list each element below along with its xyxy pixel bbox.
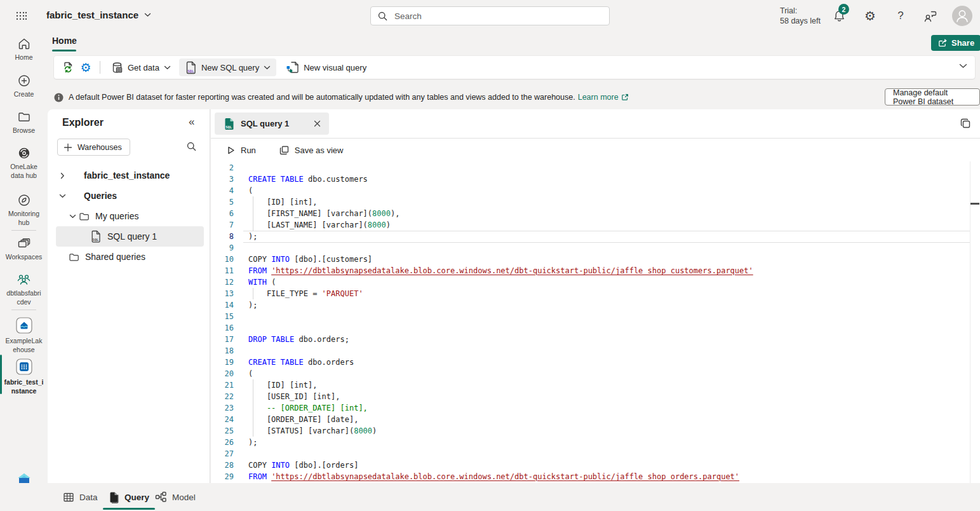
chevron-right-icon[interactable] — [58, 172, 66, 179]
code-line[interactable]: 15 — [211, 311, 980, 322]
rail-item-browse[interactable]: Browse — [0, 109, 48, 135]
feedback-icon[interactable] — [922, 8, 938, 24]
code-line[interactable]: 12WITH ( — [211, 276, 980, 288]
workspace-title-dropdown[interactable]: fabric_test_instance — [46, 10, 151, 20]
toolbar-overflow-chevron-icon[interactable] — [959, 64, 967, 69]
code-line[interactable]: 16 — [211, 322, 980, 334]
app-launcher-icon[interactable] — [15, 10, 28, 22]
search-input[interactable] — [393, 11, 584, 22]
rail-item-fabric-test-instance[interactable]: fabric_test_instance — [0, 357, 48, 395]
help-icon[interactable]: ? — [892, 8, 909, 24]
code-line[interactable]: 22 [USER_ID] [int], — [211, 391, 980, 402]
editor-overview-ruler[interactable] — [970, 161, 970, 483]
share-button[interactable]: Share — [931, 35, 980, 51]
code-line[interactable]: 9 — [211, 242, 980, 254]
save-as-view-button[interactable]: Save as view — [275, 141, 347, 159]
rail-item-examplelakehouse[interactable]: ExampleLakehouse — [0, 316, 48, 354]
cursor-position-marker — [970, 203, 979, 205]
code-line[interactable]: 21 [ID] [int], — [211, 379, 980, 391]
rail-item-onelake-data-hub[interactable]: OneLakedata hub — [0, 146, 48, 180]
code-line[interactable]: 7 [LAST_NAME] [varchar](8000) — [211, 219, 980, 231]
tree-item-queries[interactable]: Queries — [48, 186, 209, 206]
tree-item-label: My queries — [95, 211, 138, 221]
rail-item-label: Workspaces — [0, 253, 48, 262]
collapse-panel-icon[interactable]: « — [189, 116, 194, 128]
query-settings-gear-icon[interactable]: ⚙ — [77, 58, 95, 76]
code-line[interactable]: 26); — [211, 437, 980, 448]
get-data-button[interactable]: Get data — [105, 58, 177, 76]
sql-file-green-icon: SQL — [224, 118, 235, 130]
code-line[interactable]: 29FROM 'https://dbtlabsynapsedatalake.bl… — [211, 471, 980, 482]
code-editor[interactable]: 2 3CREATE TABLE dbo.customers4(5 [ID] [i… — [211, 161, 980, 483]
query-tab-label: SQL query 1 — [241, 119, 307, 128]
chevron-down-icon[interactable] — [58, 194, 66, 198]
tree-item-shared-queries[interactable]: Shared queries — [48, 247, 209, 267]
code-line[interactable]: 27 — [211, 448, 980, 460]
code-line[interactable]: 28COPY INTO [dbo].[orders] — [211, 460, 980, 471]
chevron-down-icon[interactable] — [69, 214, 76, 219]
search-box[interactable] — [370, 6, 610, 25]
code-line[interactable]: 8); — [211, 231, 980, 242]
new-warehouse-button[interactable]: Warehouses — [57, 139, 130, 156]
workspace-title: fabric_test_instance — [46, 10, 138, 20]
tab-close-icon[interactable] — [313, 119, 321, 128]
warehouse-app-icon — [0, 357, 48, 376]
tab-home[interactable]: Home — [52, 36, 77, 46]
line-number: 26 — [211, 437, 234, 448]
code-line[interactable]: 11FROM 'https://dbtlabsynapsedatalake.bl… — [211, 265, 980, 276]
code-line[interactable]: 19CREATE TABLE dbo.orders — [211, 357, 980, 368]
code-line[interactable]: 10COPY INTO [dbo].[customers] — [211, 254, 980, 265]
rail-item-label: dbtlabsfabricdev — [0, 289, 48, 306]
code-line[interactable]: 17DROP TABLE dbo.orders; — [211, 334, 980, 345]
user-avatar[interactable] — [952, 6, 972, 26]
code-line[interactable]: 2 — [211, 162, 980, 174]
new-sql-query-button[interactable]: SQL New SQL query — [179, 58, 276, 76]
view-tab-label: Query — [124, 493, 149, 502]
rail-item-monitoring-hub[interactable]: Monitoringhub — [0, 193, 48, 227]
code-line[interactable]: 13 FILE_TYPE = 'PARQUET' — [211, 288, 980, 299]
line-number: 16 — [211, 322, 234, 334]
rail-item-label: Create — [0, 90, 48, 99]
settings-gear-icon[interactable]: ⚙ — [862, 8, 878, 24]
line-number: 18 — [211, 345, 234, 357]
svg-text:SQL: SQL — [93, 238, 98, 242]
rail-item-dbtlabsfabricdev[interactable]: dbtlabsfabricdev — [0, 272, 48, 306]
code-line[interactable]: 5 [ID] [int], — [211, 196, 980, 208]
tree-item-fabric-test-instance[interactable]: fabric_test_instance — [48, 165, 209, 186]
rail-item-home[interactable]: Home — [0, 36, 48, 62]
chevron-down-icon — [164, 65, 171, 70]
code-line[interactable]: 3CREATE TABLE dbo.customers — [211, 174, 980, 185]
view-tab-data[interactable]: Data — [63, 483, 98, 511]
code-line[interactable]: 6 [FIRST_NAME] [varchar](8000), — [211, 208, 980, 219]
explorer-search-icon[interactable] — [186, 141, 197, 152]
rail-item-create[interactable]: Create — [0, 73, 48, 99]
view-tab-query[interactable]: Query — [109, 483, 149, 511]
info-banner: A default Power BI dataset for faster re… — [48, 85, 980, 109]
ribbon-toolbar: ⚙ Get data SQL New SQL query New visual … — [54, 56, 975, 79]
tree-item-sql-query-1[interactable]: SQLSQL query 1 — [56, 226, 204, 247]
refresh-document-icon[interactable] — [59, 58, 77, 76]
line-number: 14 — [211, 299, 234, 311]
code-line[interactable]: 20( — [211, 368, 980, 379]
rail-item-workspaces[interactable]: Workspaces — [0, 236, 48, 262]
line-number: 8 — [211, 231, 234, 242]
tab-sql-query-1[interactable]: SQL SQL query 1 — [215, 112, 329, 135]
new-visual-query-button[interactable]: New visual query — [280, 58, 372, 76]
tree-item-my-queries[interactable]: My queries — [48, 206, 209, 226]
code-line[interactable]: 24 [ORDER_DATE] [date], — [211, 414, 980, 425]
code-line[interactable]: 25 [STATUS] [varchar](8000) — [211, 425, 980, 437]
code-line[interactable]: 23 -- [ORDER_DATE] [int], — [211, 402, 980, 414]
run-button[interactable]: Run — [222, 141, 260, 159]
code-line[interactable]: 4( — [211, 185, 980, 196]
line-number: 21 — [211, 379, 234, 391]
manage-default-dataset-button[interactable]: Manage default Power BI dataset — [885, 88, 980, 106]
code-line[interactable]: 14); — [211, 299, 980, 311]
view-tab-model[interactable]: Model — [155, 483, 196, 511]
rail-item-label: OneLakedata hub — [0, 163, 48, 180]
learn-more-link[interactable]: Learn more — [578, 93, 629, 102]
line-number: 7 — [211, 219, 234, 231]
code-line[interactable]: 18 — [211, 345, 980, 357]
copy-icon[interactable] — [960, 118, 971, 129]
line-number: 11 — [211, 265, 234, 276]
onelake-icon — [0, 146, 48, 161]
